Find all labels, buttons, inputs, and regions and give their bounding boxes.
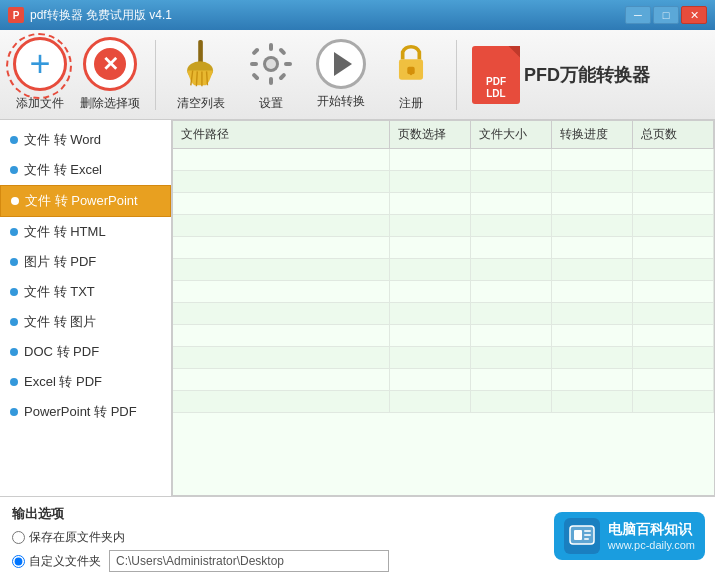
app-icon: P (8, 7, 24, 23)
clear-list-label: 清空列表 (177, 95, 225, 112)
sidebar-item-word[interactable]: 文件 转 Word (0, 125, 171, 155)
col-filesize: 文件大小 (470, 121, 551, 149)
badge-text: 电脑百科知识 www.pc-daily.com (608, 521, 695, 551)
play-triangle (334, 52, 352, 76)
sidebar-item-doc2pdf[interactable]: DOC 转 PDF (0, 337, 171, 367)
sidebar-item-txt[interactable]: 文件 转 TXT (0, 277, 171, 307)
sidebar-item-img2pdf[interactable]: 图片 转 PDF (0, 247, 171, 277)
delete-label: 删除选择项 (80, 95, 140, 112)
table-row (173, 369, 714, 391)
badge-sub: www.pc-daily.com (608, 539, 695, 551)
toolbar: 添加文件 ✕ 删除选择项 清空列表 (0, 30, 715, 120)
table-row (173, 149, 714, 171)
minimize-button[interactable]: ─ (625, 6, 651, 24)
svg-rect-15 (278, 47, 286, 55)
lock-icon (387, 37, 435, 91)
window-title: pdf转换器 免费试用版 v4.1 (30, 7, 172, 24)
svg-rect-10 (250, 62, 258, 66)
start-convert-button[interactable]: 开始转换 (311, 39, 371, 110)
sidebar-item-label: 文件 转 HTML (24, 223, 106, 241)
add-icon (13, 37, 67, 91)
broom-icon (177, 37, 225, 91)
main-content: 文件 转 Word 文件 转 Excel 文件 转 PowerPoint 文件 … (0, 120, 715, 496)
delete-icon: ✕ (83, 37, 137, 91)
file-area: 文件路径 页数选择 文件大小 转换进度 总页数 (172, 120, 715, 496)
svg-point-7 (266, 59, 276, 69)
sidebar-item-label: 文件 转 TXT (24, 283, 95, 301)
custom-folder-radio[interactable] (12, 555, 25, 568)
sidebar-item-excel[interactable]: 文件 转 Excel (0, 155, 171, 185)
table-row (173, 259, 714, 281)
sidebar-dot (10, 318, 18, 326)
close-button[interactable]: ✕ (681, 6, 707, 24)
table-row (173, 281, 714, 303)
svg-rect-22 (584, 530, 591, 532)
register-button[interactable]: 注册 (381, 37, 441, 112)
toolbar-separator-2 (456, 40, 457, 110)
add-file-label: 添加文件 (16, 95, 64, 112)
svg-rect-24 (584, 538, 589, 540)
sidebar-item-html[interactable]: 文件 转 HTML (0, 217, 171, 247)
pdf-file-icon: PDFLDL (472, 46, 520, 104)
sidebar-dot (10, 348, 18, 356)
sidebar-dot (10, 228, 18, 236)
sidebar-item-label: PowerPoint 转 PDF (24, 403, 137, 421)
sidebar-dot (10, 166, 18, 174)
sidebar: 文件 转 Word 文件 转 Excel 文件 转 PowerPoint 文件 … (0, 120, 172, 496)
add-file-button[interactable]: 添加文件 (10, 37, 70, 112)
play-icon (316, 39, 366, 89)
badge-main: 电脑百科知识 (608, 521, 695, 539)
register-label: 注册 (399, 95, 423, 112)
save-in-original-option[interactable]: 保存在原文件夹内 (12, 529, 125, 546)
delete-x-icon: ✕ (94, 48, 126, 80)
settings-label: 设置 (259, 95, 283, 112)
gear-icon (247, 37, 295, 91)
sidebar-dot (10, 378, 18, 386)
sidebar-dot (10, 288, 18, 296)
sidebar-dot (10, 408, 18, 416)
sidebar-dot (10, 136, 18, 144)
brand-name: PFD万能转换器 (524, 63, 650, 87)
title-bar-left: P pdf转换器 免费试用版 v4.1 (8, 7, 172, 24)
brand-area: PDFLDL PFD万能转换器 (472, 46, 650, 104)
file-table: 文件路径 页数选择 文件大小 转换进度 总页数 (173, 121, 714, 413)
svg-rect-11 (284, 62, 292, 66)
title-controls: ─ □ ✕ (625, 6, 707, 24)
sidebar-dot (10, 258, 18, 266)
settings-button[interactable]: 设置 (241, 37, 301, 112)
sidebar-item-label: DOC 转 PDF (24, 343, 99, 361)
svg-rect-12 (251, 47, 259, 55)
sidebar-item-label: 文件 转 PowerPoint (25, 192, 138, 210)
sidebar-item-ppt2pdf[interactable]: PowerPoint 转 PDF (0, 397, 171, 427)
table-row (173, 237, 714, 259)
sidebar-item-label: 文件 转 Excel (24, 161, 102, 179)
custom-folder-option[interactable]: 自定义文件夹 (12, 553, 101, 570)
sidebar-item-excel2pdf[interactable]: Excel 转 PDF (0, 367, 171, 397)
delete-button[interactable]: ✕ 删除选择项 (80, 37, 140, 112)
col-filepath: 文件路径 (173, 121, 389, 149)
table-row (173, 171, 714, 193)
toolbar-separator-1 (155, 40, 156, 110)
sidebar-item-label: Excel 转 PDF (24, 373, 102, 391)
table-row (173, 391, 714, 413)
pdf-file-text: PDFLDL (486, 76, 506, 100)
svg-rect-18 (410, 70, 412, 75)
save-in-original-radio[interactable] (12, 531, 25, 544)
col-progress: 转换进度 (551, 121, 632, 149)
table-row (173, 193, 714, 215)
title-bar: P pdf转换器 免费试用版 v4.1 ─ □ ✕ (0, 0, 715, 30)
output-path-input[interactable] (109, 550, 389, 572)
table-row (173, 325, 714, 347)
clear-list-button[interactable]: 清空列表 (171, 37, 231, 112)
svg-rect-23 (584, 534, 591, 536)
col-totalpages: 总页数 (632, 121, 713, 149)
sidebar-item-img[interactable]: 文件 转 图片 (0, 307, 171, 337)
sidebar-dot (11, 197, 19, 205)
sidebar-item-ppt[interactable]: 文件 转 PowerPoint (0, 185, 171, 217)
custom-folder-label: 自定义文件夹 (29, 553, 101, 570)
svg-rect-13 (278, 72, 286, 80)
start-convert-label: 开始转换 (317, 93, 365, 110)
sidebar-item-label: 图片 转 PDF (24, 253, 96, 271)
sidebar-item-label: 文件 转 Word (24, 131, 101, 149)
maximize-button[interactable]: □ (653, 6, 679, 24)
